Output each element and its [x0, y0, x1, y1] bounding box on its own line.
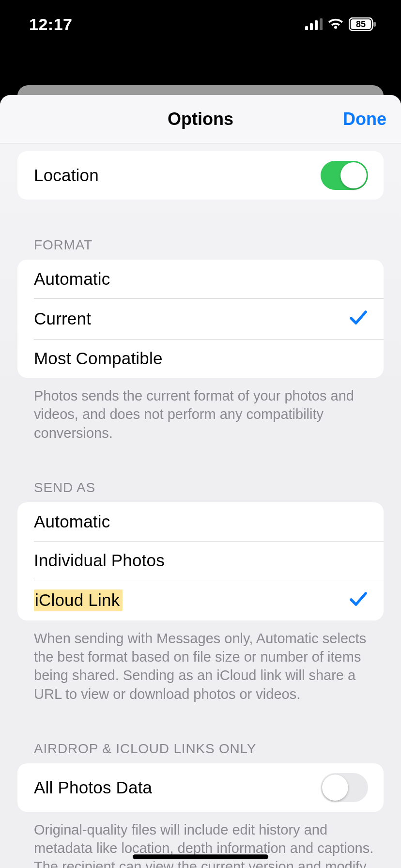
svg-rect-0	[305, 26, 308, 30]
group-airdrop: All Photos Data	[17, 763, 384, 812]
send-as-footer: When sending with Messages only, Automat…	[0, 620, 401, 703]
row-label: Current	[34, 309, 91, 328]
wifi-icon	[327, 18, 344, 30]
row-format-automatic[interactable]: Automatic	[17, 260, 384, 298]
group-format: Automatic Current Most Compatible	[17, 260, 384, 378]
section-header-airdrop: AIRDROP & ICLOUD LINKS ONLY	[0, 703, 401, 763]
location-toggle[interactable]	[321, 161, 368, 190]
row-format-current[interactable]: Current	[17, 298, 384, 339]
row-sendas-icloud-link[interactable]: iCloud Link	[17, 580, 384, 620]
checkmark-icon	[349, 589, 368, 611]
svg-rect-1	[310, 23, 313, 30]
navbar: Options Done	[0, 95, 401, 143]
row-label: Automatic	[34, 512, 110, 531]
row-sendas-individual[interactable]: Individual Photos	[17, 541, 384, 580]
status-indicators: 85	[305, 17, 377, 31]
page-title: Options	[0, 95, 401, 143]
svg-rect-3	[320, 18, 323, 30]
row-label: iCloud Link	[34, 590, 123, 610]
group-include: Location	[17, 151, 384, 200]
row-sendas-automatic[interactable]: Automatic	[17, 502, 384, 541]
section-header-send-as: SEND AS	[0, 442, 401, 502]
status-bar: 12:17 85	[0, 0, 401, 48]
scroll-content[interactable]: INCLUDE Location FORMAT Automatic Curren…	[0, 143, 401, 868]
section-header-include: INCLUDE	[0, 143, 401, 151]
row-label: Individual Photos	[34, 551, 165, 570]
row-label: All Photos Data	[34, 778, 152, 797]
cellular-icon	[305, 18, 323, 30]
row-format-most-compatible[interactable]: Most Compatible	[17, 339, 384, 378]
svg-rect-2	[315, 20, 318, 30]
row-label: Most Compatible	[34, 349, 163, 368]
airdrop-footer: Original-quality files will include edit…	[0, 812, 401, 868]
all-photos-data-toggle[interactable]	[321, 773, 368, 802]
format-footer: Photos sends the current format of your …	[0, 378, 401, 442]
battery-icon: 85	[349, 17, 377, 31]
row-location[interactable]: Location	[17, 151, 384, 200]
row-label: Automatic	[34, 269, 110, 289]
checkmark-icon	[349, 308, 368, 329]
section-header-format: FORMAT	[0, 200, 401, 260]
svg-text:85: 85	[356, 19, 366, 29]
row-label: Location	[34, 166, 99, 185]
options-sheet: Options Done INCLUDE Location FORMAT Aut…	[0, 95, 401, 868]
status-time: 12:17	[29, 15, 72, 34]
home-indicator[interactable]	[133, 854, 268, 859]
svg-rect-6	[373, 22, 376, 27]
done-button[interactable]: Done	[343, 95, 386, 143]
group-send-as: Automatic Individual Photos iCloud Link	[17, 502, 384, 620]
row-all-photos-data[interactable]: All Photos Data	[17, 763, 384, 812]
